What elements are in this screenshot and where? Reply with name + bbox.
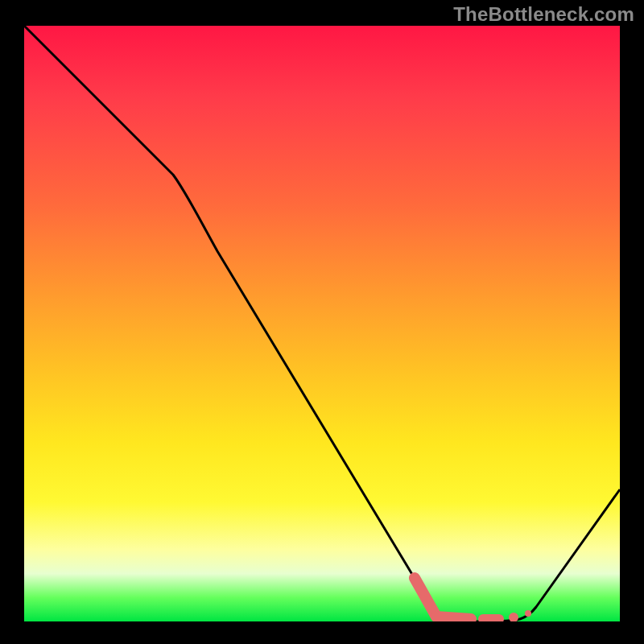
chart-container: TheBottleneck.com bbox=[0, 0, 644, 644]
optimal-highlight bbox=[415, 578, 531, 621]
attribution-label: TheBottleneck.com bbox=[453, 3, 634, 26]
plot-area bbox=[24, 26, 620, 621]
svg-point-0 bbox=[509, 613, 518, 621]
bottleneck-curve bbox=[24, 26, 620, 621]
svg-point-1 bbox=[525, 610, 531, 617]
chart-svg-overlay bbox=[24, 26, 620, 621]
